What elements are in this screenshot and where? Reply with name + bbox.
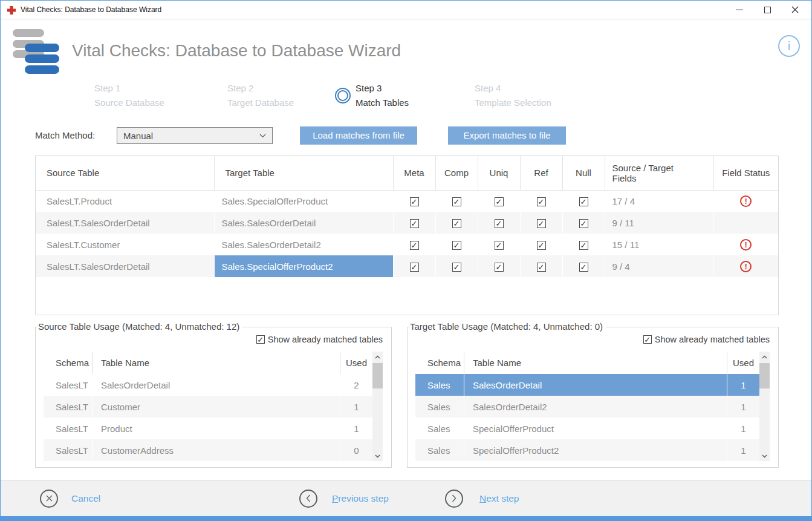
checkbox[interactable] bbox=[537, 241, 546, 250]
checkbox[interactable] bbox=[452, 197, 461, 206]
step-1-indicator: Step 1Source Database bbox=[94, 81, 164, 110]
table-row[interactable]: SalesLT.SalesOrderDetailSales.SpecialOff… bbox=[36, 255, 778, 277]
title-bar: Vital Checks: Database to Database Wizar… bbox=[1, 1, 811, 19]
used-cell: 1 bbox=[340, 396, 372, 418]
page-title: Vital Checks: Database to Database Wizar… bbox=[72, 41, 401, 61]
source-show-matched-toggle[interactable]: Show already matched tables bbox=[256, 335, 383, 344]
checkbox[interactable] bbox=[537, 263, 546, 272]
active-step-circle-icon bbox=[335, 88, 351, 103]
checkbox-cell bbox=[435, 190, 478, 212]
column-header-fields[interactable]: Source / Target Fields bbox=[605, 156, 713, 190]
scrollbar-thumb[interactable] bbox=[759, 363, 770, 388]
step-number: Step 3 bbox=[356, 81, 409, 96]
minimize-button[interactable] bbox=[727, 1, 752, 19]
step-3-indicator: Step 3Match Tables bbox=[335, 81, 409, 110]
schema-cell: SalesLT bbox=[44, 445, 92, 456]
table-row[interactable]: SalesLT.SalesOrderDetailSales.SalesOrder… bbox=[36, 212, 778, 234]
export-matches-button[interactable]: Export matches to file bbox=[448, 126, 566, 145]
scrollbar-down-icon[interactable] bbox=[759, 451, 770, 461]
show-matched-checkbox[interactable] bbox=[643, 335, 652, 344]
scrollbar-up-icon[interactable] bbox=[759, 352, 770, 362]
checkbox[interactable] bbox=[495, 197, 504, 206]
app-cross-icon bbox=[7, 5, 16, 17]
checkbox[interactable] bbox=[579, 197, 588, 206]
column-header-ref[interactable]: Ref bbox=[520, 156, 562, 190]
column-header-target-table[interactable]: Target Table bbox=[214, 156, 393, 190]
close-button[interactable] bbox=[783, 1, 807, 19]
checkbox[interactable] bbox=[537, 197, 546, 206]
match-method-label: Match Method: bbox=[35, 127, 95, 144]
previous-step-button[interactable]: Previous step bbox=[299, 480, 389, 516]
checkbox-cell bbox=[478, 190, 520, 212]
source-table-cell[interactable]: SalesLT.SalesOrderDetail bbox=[36, 212, 214, 234]
checkbox-cell bbox=[478, 234, 520, 255]
checkbox[interactable] bbox=[495, 263, 504, 272]
column-header-field-status[interactable]: Field Status bbox=[713, 156, 778, 190]
checkbox[interactable] bbox=[579, 263, 588, 272]
previous-step-label: Previous step bbox=[332, 493, 389, 504]
target-table-cell[interactable]: Sales.SalesOrderDetail2 bbox=[214, 234, 393, 255]
source-table-cell[interactable]: SalesLT.SalesOrderDetail bbox=[36, 255, 214, 277]
checkbox-cell bbox=[393, 234, 435, 255]
column-header-comp[interactable]: Comp bbox=[435, 156, 478, 190]
scrollbar-thumb[interactable] bbox=[372, 363, 383, 388]
checkbox-cell bbox=[478, 255, 520, 277]
fields-count-cell: 17 / 4 bbox=[605, 190, 713, 212]
list-item[interactable]: SalesLTSalesOrderDetail2 bbox=[44, 374, 383, 396]
table-name-cell: CustomerAddress bbox=[92, 439, 340, 461]
table-row[interactable]: SalesLT.CustomerSales.SalesOrderDetail21… bbox=[36, 234, 778, 255]
column-header-null[interactable]: Null bbox=[562, 156, 605, 190]
list-item[interactable]: SalesLTCustomerAddress0 bbox=[44, 439, 383, 461]
field-status-cell: ! bbox=[713, 255, 778, 277]
checkbox[interactable] bbox=[410, 241, 419, 250]
checkbox[interactable] bbox=[410, 197, 419, 206]
list-item[interactable]: SalesLTCustomer1 bbox=[44, 396, 383, 418]
target-show-matched-toggle[interactable]: Show already matched tables bbox=[643, 335, 770, 344]
column-header-used[interactable]: Used bbox=[340, 352, 372, 374]
checkbox[interactable] bbox=[410, 263, 419, 272]
column-header-table-name[interactable]: Table Name bbox=[464, 352, 727, 374]
target-table-cell[interactable]: Sales.SpecialOfferProduct bbox=[214, 190, 393, 212]
target-table-cell[interactable]: Sales.SpecialOfferProduct2 bbox=[214, 255, 393, 277]
show-matched-checkbox[interactable] bbox=[256, 335, 265, 344]
checkbox[interactable] bbox=[452, 219, 461, 228]
used-cell: 1 bbox=[340, 418, 372, 439]
list-item[interactable]: SalesSpecialOfferProduct1 bbox=[415, 418, 770, 439]
column-header-table-name[interactable]: Table Name bbox=[92, 352, 340, 374]
source-table-cell[interactable]: SalesLT.Product bbox=[36, 190, 214, 212]
source-usage-scrollbar[interactable] bbox=[372, 352, 383, 461]
scrollbar-up-icon[interactable] bbox=[372, 352, 383, 362]
cancel-label: Cancel bbox=[71, 493, 100, 504]
info-icon[interactable]: i bbox=[778, 35, 800, 57]
column-header-used[interactable]: Used bbox=[727, 352, 759, 374]
cancel-button[interactable]: Cancel bbox=[40, 480, 100, 516]
checkbox-cell bbox=[435, 234, 478, 255]
checkbox[interactable] bbox=[579, 241, 588, 250]
scrollbar-down-icon[interactable] bbox=[372, 451, 383, 461]
list-item[interactable]: SalesSalesOrderDetail21 bbox=[415, 396, 770, 418]
target-table-cell[interactable]: Sales.SalesOrderDetail bbox=[214, 212, 393, 234]
next-step-button[interactable]: Next step bbox=[445, 480, 519, 516]
checkbox[interactable] bbox=[579, 219, 588, 228]
column-header-uniq[interactable]: Uniq bbox=[478, 156, 520, 190]
column-header-schema[interactable]: Schema bbox=[44, 358, 92, 368]
list-item[interactable]: SalesLTProduct1 bbox=[44, 418, 383, 439]
match-method-select[interactable]: Manual bbox=[117, 127, 273, 144]
checkbox[interactable] bbox=[537, 219, 546, 228]
list-item[interactable]: SalesSalesOrderDetail1 bbox=[415, 374, 770, 396]
table-row[interactable]: SalesLT.ProductSales.SpecialOfferProduct… bbox=[36, 190, 778, 212]
checkbox[interactable] bbox=[410, 219, 419, 228]
column-header-source-table[interactable]: Source Table bbox=[36, 156, 214, 190]
maximize-button[interactable] bbox=[755, 1, 779, 19]
list-item[interactable]: SalesSpecialOfferProduct21 bbox=[415, 439, 770, 461]
checkbox[interactable] bbox=[495, 241, 504, 250]
checkbox[interactable] bbox=[452, 263, 461, 272]
load-matches-button[interactable]: Load matches from file bbox=[300, 126, 417, 145]
checkbox[interactable] bbox=[452, 241, 461, 250]
checkbox[interactable] bbox=[495, 219, 504, 228]
source-table-cell[interactable]: SalesLT.Customer bbox=[36, 234, 214, 255]
column-header-meta[interactable]: Meta bbox=[393, 156, 435, 190]
target-usage-scrollbar[interactable] bbox=[759, 352, 770, 461]
column-header-schema[interactable]: Schema bbox=[415, 358, 464, 368]
schema-cell: Sales bbox=[415, 445, 464, 456]
